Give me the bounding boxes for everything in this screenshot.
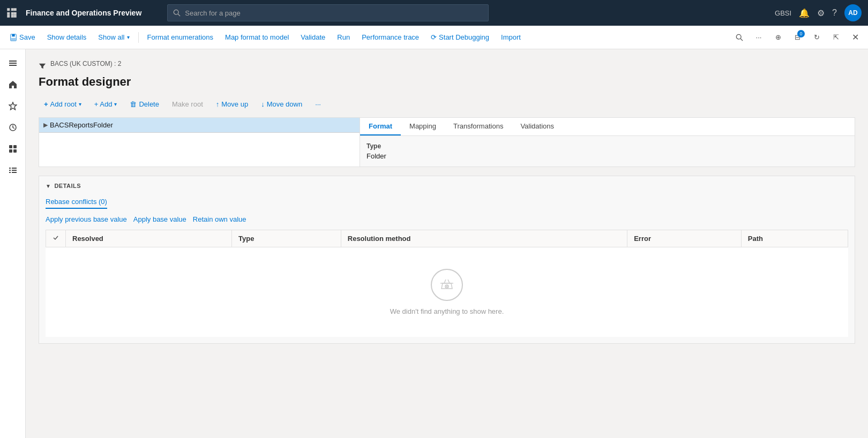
svg-rect-25: [9, 168, 11, 169]
svg-point-14: [736, 34, 741, 39]
close-icon: ✕: [852, 32, 859, 42]
sidebar-item-workspace[interactable]: [3, 139, 23, 158]
tab-format[interactable]: Format: [360, 118, 401, 135]
col-path: Path: [741, 230, 848, 247]
add-button[interactable]: + Add ▾: [89, 97, 123, 111]
badge-count: 0: [797, 30, 805, 37]
performance-trace-label: Performance trace: [362, 33, 419, 41]
tab-validations[interactable]: Validations: [512, 118, 563, 135]
import-label: Import: [501, 33, 521, 41]
details-header[interactable]: ▼ DETAILS: [46, 183, 848, 189]
settings-icon[interactable]: ⚙: [817, 8, 825, 18]
list-icon: [9, 166, 17, 175]
sep1: [138, 32, 139, 43]
svg-rect-27: [9, 170, 11, 171]
svg-rect-1: [11, 8, 14, 11]
svg-rect-24: [13, 149, 17, 153]
map-format-button[interactable]: Map format to model: [220, 31, 294, 43]
start-debugging-button[interactable]: ⟳ Start Debugging: [425, 31, 495, 43]
conflict-tab-label: Rebase conflicts (0): [46, 195, 107, 209]
bell-icon[interactable]: 🔔: [799, 8, 810, 18]
hamburger-icon: [9, 59, 17, 67]
conflict-tab[interactable]: Rebase conflicts (0): [46, 195, 848, 209]
delete-label: Delete: [139, 100, 159, 108]
tab-mapping[interactable]: Mapping: [401, 118, 445, 135]
panel-content: Type Folder: [360, 136, 855, 167]
sidebar-item-hamburger[interactable]: [3, 54, 23, 73]
svg-rect-6: [7, 15, 10, 18]
delete-button[interactable]: 🗑 Delete: [124, 97, 164, 111]
run-button[interactable]: Run: [332, 31, 355, 43]
conflict-actions: Apply previous base value Apply base val…: [46, 215, 848, 223]
col-type: Type: [232, 230, 341, 247]
details-section: ▼ DETAILS Rebase conflicts (0) Apply pre…: [39, 176, 855, 344]
retain-own-btn[interactable]: Retain own value: [193, 215, 246, 223]
sidebar-item-home[interactable]: [3, 75, 23, 94]
add-label: + Add: [94, 100, 113, 108]
make-root-button: Make root: [167, 97, 208, 111]
refresh-button[interactable]: ↻: [808, 29, 825, 46]
collapse-icon: ▼: [46, 183, 51, 189]
refresh-icon: ↻: [814, 33, 820, 41]
close-button[interactable]: ✕: [847, 29, 864, 46]
search-action-button[interactable]: [731, 29, 748, 46]
ellipsis-icon: ···: [755, 33, 761, 41]
move-up-label: Move up: [221, 100, 248, 108]
org-code[interactable]: GBSI: [775, 9, 791, 17]
check-header-icon: [53, 235, 59, 241]
format-toolbar: + Add root ▾ + Add ▾ 🗑 Delete Make root …: [39, 97, 855, 111]
svg-rect-8: [14, 15, 17, 18]
show-all-label: Show all: [98, 33, 124, 41]
col-error: Error: [627, 230, 742, 247]
more-options-button[interactable]: ···: [750, 29, 767, 46]
empty-state: We didn't find anything to show here.: [46, 247, 848, 337]
empty-icon: [431, 269, 463, 301]
right-panel: Format Mapping Transformations Validatio…: [360, 117, 855, 167]
svg-line-10: [178, 14, 180, 16]
type-value: Folder: [366, 152, 848, 160]
sidebar-item-favorites[interactable]: [3, 96, 23, 116]
svg-point-9: [174, 10, 179, 14]
add-root-button[interactable]: + Add root ▾: [39, 97, 87, 111]
pinned-button[interactable]: ⊕: [769, 29, 787, 46]
svg-rect-16: [9, 61, 17, 62]
empty-basket-icon: [439, 277, 455, 293]
more-toolbar-button[interactable]: ···: [310, 97, 326, 111]
sidebar-item-recent[interactable]: [3, 118, 23, 137]
topbar: Finance and Operations Preview Search fo…: [0, 0, 868, 26]
save-button[interactable]: Save: [4, 31, 41, 43]
run-label: Run: [337, 33, 350, 41]
plus-icon: +: [44, 100, 48, 108]
show-all-button[interactable]: Show all ▾: [93, 31, 134, 43]
svg-line-15: [740, 39, 743, 41]
tree-row-bacs[interactable]: ▶ BACSReportsFolder: [39, 118, 360, 133]
help-icon[interactable]: ?: [832, 8, 837, 18]
show-details-label: Show details: [47, 33, 87, 41]
search-bar[interactable]: Search for a page: [167, 4, 489, 21]
topbar-right: GBSI 🔔 ⚙ ? AD: [775, 4, 862, 21]
pin-icon: ⊕: [775, 33, 781, 41]
apply-base-btn[interactable]: Apply base value: [133, 215, 186, 223]
delete-icon: 🗑: [130, 100, 137, 108]
user-avatar[interactable]: AD: [844, 4, 862, 21]
format-enumerations-button[interactable]: Format enumerations: [142, 31, 219, 43]
main-layout: BACS (UK CUSTOM) : 2 Format designer + A…: [0, 49, 868, 438]
home-icon: [9, 80, 17, 89]
move-down-button[interactable]: ↓ Move down: [256, 97, 308, 111]
svg-rect-12: [12, 34, 14, 36]
apply-previous-base-btn[interactable]: Apply previous base value: [46, 215, 127, 223]
add-root-label: Add root: [50, 100, 77, 108]
tree-chevron: ▶: [43, 122, 48, 129]
sidebar-item-list[interactable]: [3, 161, 23, 180]
grid-menu-button[interactable]: [6, 7, 17, 18]
tab-transformations[interactable]: Transformations: [445, 118, 512, 135]
popout-button[interactable]: ⇱: [827, 29, 844, 46]
show-details-button[interactable]: Show details: [42, 31, 92, 43]
performance-trace-button[interactable]: Performance trace: [356, 31, 424, 43]
svg-rect-18: [9, 65, 17, 66]
move-up-button[interactable]: ↑ Move up: [211, 97, 253, 111]
import-button[interactable]: Import: [496, 31, 526, 43]
breadcrumb: BACS (UK CUSTOM) : 2: [50, 60, 121, 67]
validate-button[interactable]: Validate: [295, 31, 331, 43]
badge-button[interactable]: ⊟ 0: [789, 29, 806, 46]
